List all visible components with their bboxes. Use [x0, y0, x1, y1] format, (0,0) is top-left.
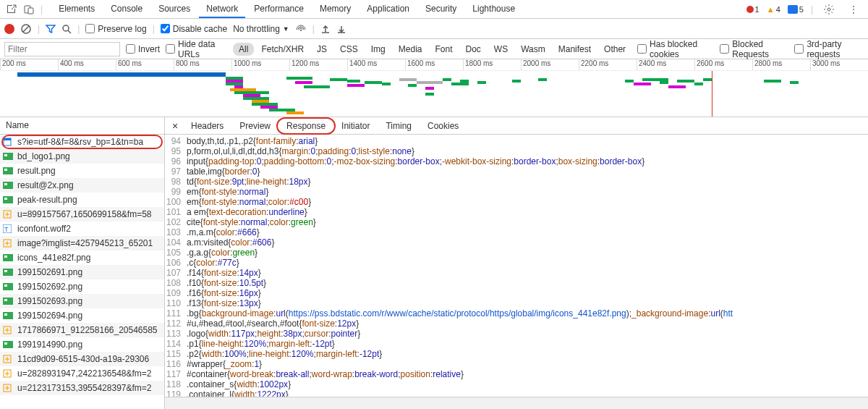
request-name: u=2828931947,2422136548&fm=2: [17, 368, 152, 379]
panel-tab-security[interactable]: Security: [418, 1, 464, 18]
more-icon[interactable]: ⋮: [845, 1, 862, 17]
filter-input[interactable]: [4, 42, 120, 56]
request-row[interactable]: result@2x.png: [0, 178, 164, 193]
download-har-icon[interactable]: [336, 24, 346, 34]
network-filter-bar: Invert Hide data URLs AllFetch/XHRJSCSSI…: [0, 39, 868, 59]
close-detail-icon[interactable]: ×: [168, 120, 182, 132]
other-file-icon: [3, 384, 13, 392]
warning-count[interactable]: ▲4: [767, 5, 780, 14]
detail-tab-response[interactable]: Response: [279, 119, 333, 133]
img-file-icon: [3, 181, 13, 190]
panel-tab-sources[interactable]: Sources: [151, 1, 197, 18]
message-count[interactable]: 5: [788, 5, 804, 14]
type-filter-img[interactable]: Img: [365, 43, 391, 56]
code-line: 112#u,#head,#tool,#search,#foot{font-siz…: [165, 319, 868, 329]
svg-rect-11: [4, 154, 7, 156]
code-line: 114.p1{line-height:120%;margin-left:-12p…: [165, 339, 868, 349]
type-filter-wasm[interactable]: Wasm: [515, 43, 551, 56]
detail-tab-cookies[interactable]: Cookies: [420, 119, 466, 133]
blocked-cookies-checkbox[interactable]: Has blocked cookies: [637, 39, 714, 59]
request-row[interactable]: 1717866971_912258166_20546585: [0, 323, 164, 337]
device-toggle-icon[interactable]: [20, 1, 38, 17]
request-row[interactable]: icons_441e82f.png: [0, 250, 164, 265]
request-row[interactable]: 11cd9d09-6515-430d-a19a-29306: [0, 352, 164, 366]
search-icon[interactable]: [61, 24, 72, 34]
request-row[interactable]: result.png: [0, 164, 164, 178]
name-column-header[interactable]: Name: [0, 117, 164, 135]
panel-tab-console[interactable]: Console: [103, 1, 150, 18]
request-row[interactable]: 1991502693.png: [0, 294, 164, 308]
network-conditions-icon[interactable]: [295, 24, 307, 34]
type-filter-font[interactable]: Font: [429, 43, 458, 56]
type-filter-other[interactable]: Other: [598, 43, 631, 56]
code-line: 118.container_s{width:1002px}: [165, 379, 868, 389]
error-count[interactable]: 1: [746, 5, 760, 14]
type-filter-fetch-xhr[interactable]: Fetch/XHR: [255, 43, 310, 56]
request-name: s?ie=utf-8&f=8&rsv_bp=1&tn=ba: [17, 137, 143, 147]
detail-tab-timing[interactable]: Timing: [378, 119, 419, 133]
panel-tab-memory[interactable]: Memory: [312, 1, 358, 18]
request-name: image?imglist=4257945213_65201: [17, 238, 153, 248]
code-line: 103.m,a.m{color:#666}: [165, 227, 868, 237]
doc-file-icon: [3, 138, 13, 146]
code-line: 104a.m:visited{color:#606}: [165, 237, 868, 248]
record-button[interactable]: [4, 24, 14, 34]
type-filter-js[interactable]: JS: [311, 43, 333, 56]
request-name: 1991502692.png: [17, 282, 82, 292]
request-row[interactable]: bd_logo1.png: [0, 149, 164, 164]
detail-tabs: × HeadersPreviewResponseInitiatorTimingC…: [165, 117, 868, 135]
panel-tab-application[interactable]: Application: [359, 1, 417, 18]
inspect-icon[interactable]: [3, 1, 20, 17]
request-row[interactable]: s?ie=utf-8&f=8&rsv_bp=1&tn=ba: [0, 135, 164, 149]
panel-tab-lighthouse[interactable]: Lighthouse: [465, 1, 522, 18]
detail-tab-initiator[interactable]: Initiator: [334, 119, 377, 133]
font-file-icon: T: [3, 224, 13, 233]
request-row[interactable]: u=899157567,1650699158&fm=58: [0, 207, 164, 222]
type-filter-doc[interactable]: Doc: [459, 43, 486, 56]
detail-tab-headers[interactable]: Headers: [184, 119, 231, 133]
svg-rect-9: [4, 138, 11, 140]
upload-har-icon[interactable]: [320, 24, 331, 34]
time-tick: 1200 ms: [289, 59, 347, 70]
request-row[interactable]: 1991502692.png: [0, 279, 164, 294]
request-name: bd_logo1.png: [17, 151, 70, 161]
svg-line-6: [68, 30, 71, 33]
panel-tab-elements[interactable]: Elements: [51, 1, 102, 18]
code-line: 105.g,a.g{color:green}: [165, 248, 868, 258]
request-row[interactable]: peak-result.png: [0, 193, 164, 207]
type-filter-css[interactable]: CSS: [334, 43, 364, 56]
request-row[interactable]: Ticonfont.woff2: [0, 222, 164, 236]
type-filter-manifest[interactable]: Manifest: [553, 43, 597, 56]
time-tick: 400 ms: [58, 59, 116, 70]
img-file-icon: [3, 195, 13, 204]
hide-data-urls-checkbox[interactable]: Hide data URLs: [166, 39, 227, 59]
filter-icon[interactable]: [46, 24, 56, 34]
svg-point-7: [300, 30, 302, 31]
panel-tab-performance[interactable]: Performance: [247, 1, 311, 18]
code-line: 102cite{font-style:normal;color:green}: [165, 217, 868, 227]
request-list[interactable]: s?ie=utf-8&f=8&rsv_bp=1&tn=babd_logo1.pn…: [0, 135, 164, 409]
throttling-dropdown[interactable]: No throttling ▼: [233, 24, 289, 34]
request-row[interactable]: u=2828931947,2422136548&fm=2: [0, 366, 164, 381]
svg-rect-31: [4, 313, 7, 316]
request-row[interactable]: 1991914990.png: [0, 337, 164, 352]
clear-icon[interactable]: [20, 23, 32, 35]
disable-cache-checkbox[interactable]: Disable cache: [161, 24, 227, 34]
third-party-checkbox[interactable]: 3rd-party requests: [794, 39, 864, 59]
horizontal-scrollbar[interactable]: [165, 397, 868, 409]
type-filter-ws[interactable]: WS: [488, 43, 514, 56]
preserve-log-checkbox[interactable]: Preserve log: [85, 24, 146, 34]
invert-checkbox[interactable]: Invert: [126, 44, 160, 54]
request-row[interactable]: image?imglist=4257945213_65201: [0, 236, 164, 250]
settings-icon[interactable]: [820, 1, 838, 17]
type-filter-all[interactable]: All: [233, 43, 254, 56]
request-row[interactable]: 1991502694.png: [0, 308, 164, 323]
panel-tab-network[interactable]: Network: [199, 1, 245, 18]
request-row[interactable]: 1991502691.png: [0, 265, 164, 279]
network-timeline[interactable]: 200 ms400 ms600 ms800 ms1000 ms1200 ms14…: [0, 59, 868, 117]
detail-tab-preview[interactable]: Preview: [232, 119, 278, 133]
blocked-requests-checkbox[interactable]: Blocked Requests: [720, 39, 788, 59]
response-body[interactable]: 94body,th,td,.p1,.p2{font-family:arial}9…: [165, 135, 868, 397]
request-row[interactable]: u=2123173153,3955428397&fm=2: [0, 381, 164, 395]
type-filter-media[interactable]: Media: [393, 43, 428, 56]
